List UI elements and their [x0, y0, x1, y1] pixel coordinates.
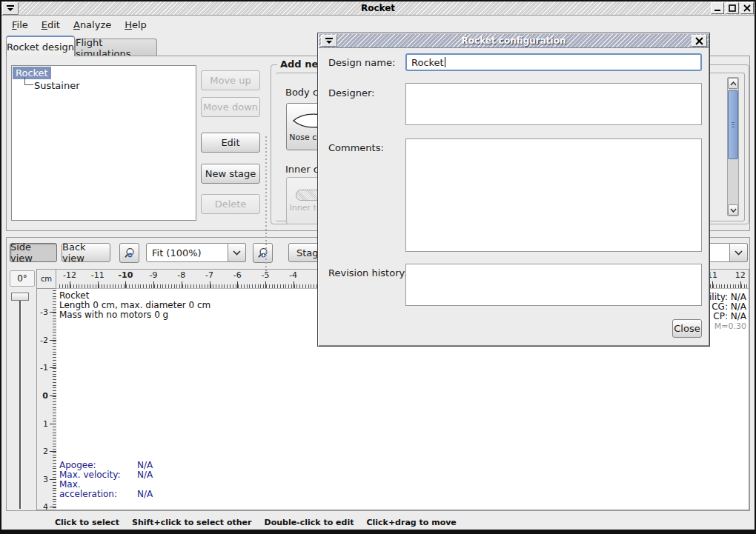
hruler-number: -12 [63, 270, 76, 280]
move-up-button[interactable]: Move up [201, 70, 260, 90]
window-title: Rocket [1, 3, 755, 13]
configuration-combobox-arrow[interactable] [730, 243, 748, 262]
hruler-number: -7 [205, 270, 213, 280]
rotation-slider-handle[interactable] [11, 293, 29, 301]
component-scrollbar[interactable] [727, 77, 739, 216]
zoom-out-button[interactable] [119, 243, 139, 263]
designer-label: Designer: [328, 87, 374, 99]
vruler-number: 0 [42, 391, 48, 401]
chevron-down-icon [730, 208, 737, 213]
max-acceleration-value: N/A [137, 490, 153, 499]
dialog-window-menu-button[interactable] [321, 35, 337, 47]
tree-item-sustainer[interactable]: Sustainer [34, 80, 80, 91]
comments-textarea[interactable] [405, 138, 702, 252]
hruler-number: -10 [118, 270, 133, 280]
comments-label: Comments: [328, 142, 384, 153]
hint-click-select: Click to select [55, 518, 119, 527]
chevron-down-icon [233, 250, 241, 256]
statusbar: Click to select Shift+click to select ot… [0, 515, 756, 530]
scroll-up-button[interactable] [728, 78, 738, 89]
dialog-title: Rocket configuration [319, 36, 709, 46]
designer-textarea[interactable] [405, 83, 702, 125]
tab-rocket-design[interactable]: Rocket design [6, 36, 75, 56]
vruler-number: 4 [43, 502, 48, 510]
rotation-angle-display: 0° [10, 270, 35, 287]
design-name-input[interactable]: Rocket [405, 53, 702, 71]
max-velocity-value: N/A [137, 470, 153, 480]
hint-double-click: Double-click to edit [265, 518, 354, 527]
side-view-button[interactable]: Side view [10, 243, 57, 262]
dialog-close-button[interactable]: Close [672, 319, 702, 338]
menu-edit[interactable]: Edit [36, 18, 66, 32]
design-name-value: Rocket [411, 57, 444, 68]
hint-click-drag: Click+drag to move [366, 518, 456, 527]
window-menu-icon [6, 4, 15, 12]
vruler-number: -1 [40, 363, 48, 373]
zoom-out-icon [124, 247, 136, 259]
menu-analyze[interactable]: Analyze [67, 18, 117, 32]
chevron-down-icon [735, 250, 743, 256]
window-menu-button[interactable] [2, 2, 19, 15]
hruler-number: -9 [150, 270, 158, 280]
close-button[interactable] [740, 2, 754, 14]
vruler-number: 3 [43, 474, 48, 484]
hint-shift-click: Shift+click to select other [132, 518, 252, 527]
flight-stats: Apogee:N/A Max. velocity:N/A Max. accele… [59, 461, 153, 499]
vruler-number: 2 [43, 447, 48, 456]
rocket-configuration-dialog: Rocket configuration Design name: Rocket… [317, 33, 710, 347]
vruler-number: -3 [40, 307, 48, 317]
rotation-slider-track[interactable] [19, 300, 21, 509]
rocket-summary-mass: Mass with no motors 0 g [59, 310, 210, 320]
hruler-number: -4 [289, 270, 297, 280]
minimize-icon [714, 4, 721, 12]
component-tree[interactable]: Rocket Sustainer [11, 65, 196, 221]
zoom-level-combobox[interactable]: Fit (100%) [146, 243, 228, 262]
maximize-button[interactable] [726, 2, 739, 14]
hruler-number: 12 [735, 270, 746, 280]
hruler-number: -6 [233, 270, 242, 280]
panel-splitter-handle[interactable] [265, 134, 270, 275]
close-icon [695, 37, 703, 45]
tree-connector [24, 77, 33, 85]
openrocket-window: Rocket File Edit Analyze Help Rocket des… [0, 0, 756, 534]
scroll-down-button[interactable] [728, 204, 738, 216]
vertical-ruler: -3-2-101234 [37, 289, 56, 510]
max-acceleration-label: Max. acceleration: [59, 480, 137, 499]
zoom-combobox-arrow[interactable] [228, 243, 246, 262]
vruler-number: -2 [40, 335, 48, 344]
move-down-button[interactable]: Move down [201, 97, 260, 117]
chevron-up-icon [730, 81, 737, 86]
vruler-number: 1 [43, 418, 48, 428]
edit-button[interactable]: Edit [201, 133, 260, 153]
tab-flight-simulations[interactable]: Flight simulations [75, 39, 157, 56]
main-titlebar[interactable]: Rocket [1, 1, 755, 16]
new-stage-button[interactable]: New stage [201, 164, 260, 184]
delete-button[interactable]: Delete [201, 194, 260, 214]
close-icon [743, 4, 751, 12]
hruler-number: -8 [177, 270, 185, 280]
menubar: File Edit Analyze Help [1, 16, 755, 33]
window-menu-icon [325, 37, 334, 44]
hruler-number: -11 [91, 270, 105, 280]
rocket-summary: Rocket Length 0 cm, max. diameter 0 cm M… [59, 291, 210, 320]
minimize-button[interactable] [711, 2, 724, 14]
revision-history-label: Revision history: [328, 267, 408, 278]
maximize-icon [729, 4, 736, 12]
dialog-close-x-button[interactable] [692, 35, 707, 47]
menu-file[interactable]: File [6, 18, 34, 32]
ruler-unit-box: cm [37, 270, 56, 289]
scrollbar-thumb[interactable] [728, 90, 738, 159]
menu-help[interactable]: Help [119, 18, 153, 32]
revision-history-textarea[interactable] [405, 264, 702, 306]
dialog-titlebar[interactable]: Rocket configuration [319, 34, 709, 48]
back-view-button[interactable]: Back view [62, 243, 110, 262]
design-name-label: Design name: [328, 57, 395, 68]
text-caret [445, 57, 445, 67]
